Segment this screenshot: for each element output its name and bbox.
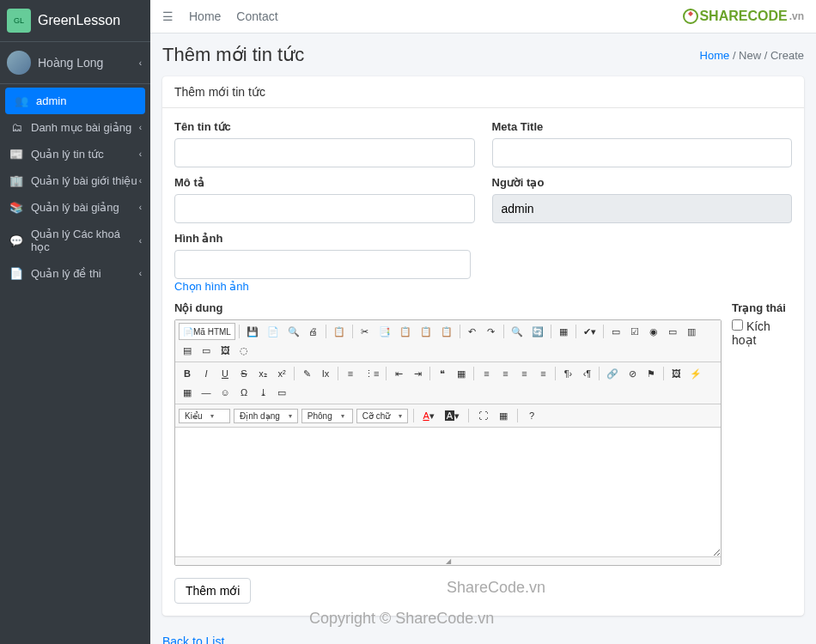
- input-mota[interactable]: [174, 194, 475, 223]
- topnav-contact[interactable]: Contact: [236, 9, 277, 23]
- avatar: [7, 51, 31, 75]
- find-icon[interactable]: 🔍: [508, 323, 527, 340]
- chevron-left-icon: ‹: [139, 58, 142, 68]
- form-card: Thêm mới tin tức Tên tin tức Meta Title …: [162, 76, 804, 616]
- selectall-icon[interactable]: ▦: [555, 323, 572, 340]
- rich-editor: 📄 Mã HTML 💾 📄 🔍 🖨 📋 ✂ 📑: [174, 319, 722, 566]
- style-label: Kiểu: [185, 411, 202, 421]
- format-combo[interactable]: Định dạng: [234, 409, 298, 423]
- button-icon[interactable]: ▭: [198, 342, 215, 359]
- topnav-home[interactable]: Home: [189, 9, 221, 23]
- preview-icon[interactable]: 🔍: [284, 323, 303, 340]
- alignleft-icon[interactable]: ≡: [478, 365, 495, 382]
- outdent-icon[interactable]: ⇤: [390, 365, 407, 382]
- size-combo[interactable]: Cỡ chữ: [356, 409, 409, 423]
- link-chonhinh[interactable]: Chọn hình ảnh: [174, 280, 249, 293]
- menu-toggle-icon[interactable]: ☰: [162, 9, 174, 23]
- comment-icon: 💬: [9, 234, 24, 247]
- newpage-icon[interactable]: 📄: [264, 323, 283, 340]
- brand[interactable]: GL GreenLesson: [0, 0, 150, 42]
- templates-icon[interactable]: 📋: [330, 323, 349, 340]
- imagebutton-icon[interactable]: 🖼: [216, 342, 234, 359]
- maximize-icon[interactable]: ⛶: [474, 407, 491, 424]
- subscript-icon[interactable]: x₂: [254, 365, 271, 382]
- back-link[interactable]: Back to List: [150, 626, 816, 644]
- rtl-icon[interactable]: ‹¶: [578, 365, 595, 382]
- select-icon[interactable]: ▤: [179, 342, 196, 359]
- form-icon[interactable]: ▭: [607, 323, 624, 340]
- underline-icon[interactable]: U: [216, 365, 234, 382]
- removeformat-icon[interactable]: ✎: [298, 365, 315, 382]
- ltr-icon[interactable]: ¶›: [559, 365, 576, 382]
- iframe-icon[interactable]: ▭: [273, 384, 290, 401]
- nav-gioithieu[interactable]: 🏢 Quản lý bài giới thiệu ‹: [0, 167, 150, 194]
- textfield-icon[interactable]: ▭: [664, 323, 681, 340]
- nav-tintuc[interactable]: 📰 Quản lý tin tức ‹: [0, 141, 150, 167]
- unlink-icon[interactable]: ⊘: [624, 365, 641, 382]
- table-icon[interactable]: ▦: [179, 384, 196, 401]
- image-icon[interactable]: 🖼: [667, 365, 685, 382]
- breadcrumb-home[interactable]: Home: [700, 49, 730, 62]
- flash-icon[interactable]: ⚡: [686, 365, 705, 382]
- smiley-icon[interactable]: ☺: [216, 384, 234, 401]
- nav-khoahoc[interactable]: 💬 Quản lý Các khoá học ‹: [0, 221, 150, 260]
- save-icon[interactable]: 💾: [243, 323, 262, 340]
- copyformat-icon[interactable]: Ix: [317, 365, 334, 382]
- radio-icon[interactable]: ◉: [645, 323, 662, 340]
- link-icon[interactable]: 🔗: [603, 365, 622, 382]
- showblocks-icon[interactable]: ▦: [495, 407, 512, 424]
- submit-button[interactable]: Thêm mới: [174, 578, 251, 604]
- bold-icon[interactable]: B: [179, 365, 196, 382]
- kichhoat-wrapper[interactable]: Kích hoạt: [732, 319, 770, 347]
- pagebreak-icon[interactable]: ⤓: [254, 384, 271, 401]
- hr-icon[interactable]: —: [198, 384, 215, 401]
- bgcolor-icon[interactable]: A▾: [441, 407, 463, 424]
- user-panel[interactable]: Hoàng Long ‹: [0, 42, 150, 84]
- resize-grip[interactable]: ◢: [175, 556, 721, 565]
- bulletedlist-icon[interactable]: ⋮≡: [361, 365, 382, 382]
- input-ten[interactable]: [174, 138, 475, 167]
- nav-danhmuc[interactable]: 🗂 Danh mục bài giảng ‹: [0, 114, 150, 141]
- editor-content[interactable]: [175, 428, 721, 556]
- paste-word-icon[interactable]: 📋: [437, 323, 456, 340]
- source-button[interactable]: 📄 Mã HTML: [179, 323, 235, 340]
- specialchar-icon[interactable]: Ω: [235, 384, 253, 401]
- justify-icon[interactable]: ≡: [534, 365, 551, 382]
- hidden-icon[interactable]: ◌: [235, 342, 253, 359]
- font-combo[interactable]: Phông: [301, 409, 353, 423]
- alignright-icon[interactable]: ≡: [515, 365, 533, 382]
- card-title: Thêm mới tin tức: [162, 76, 804, 108]
- textcolor-icon[interactable]: A▾: [419, 407, 437, 424]
- nav-baigiang[interactable]: 📚 Quản lý bài giảng ‹: [0, 194, 150, 221]
- copy-icon[interactable]: 📑: [375, 323, 394, 340]
- aligncenter-icon[interactable]: ≡: [496, 365, 514, 382]
- textarea-icon[interactable]: ▥: [683, 323, 700, 340]
- nav-admin[interactable]: 👥 admin: [5, 88, 145, 114]
- checkbox-icon[interactable]: ☑: [626, 323, 643, 340]
- about-icon[interactable]: ?: [523, 407, 540, 424]
- nav-dethi[interactable]: 📄 Quản lý đề thi ‹: [0, 260, 150, 287]
- strike-icon[interactable]: S: [235, 365, 253, 382]
- italic-icon[interactable]: I: [198, 365, 215, 382]
- anchor-icon[interactable]: ⚑: [642, 365, 660, 382]
- paste-text-icon[interactable]: 📋: [417, 323, 435, 340]
- style-combo[interactable]: Kiểu: [179, 409, 230, 423]
- input-hinhanh[interactable]: [174, 250, 471, 279]
- blockquote-icon[interactable]: ❝: [434, 365, 451, 382]
- spellcheck-icon[interactable]: ✔▾: [580, 323, 600, 340]
- news-icon: 📰: [9, 148, 24, 161]
- replace-icon[interactable]: 🔄: [528, 323, 547, 340]
- undo-icon[interactable]: ↶: [464, 323, 481, 340]
- div-icon[interactable]: ▦: [453, 365, 470, 382]
- sharecode-suffix: .vn: [789, 10, 804, 22]
- redo-icon[interactable]: ↷: [483, 323, 500, 340]
- paste-icon[interactable]: 📋: [396, 323, 415, 340]
- numberedlist-icon[interactable]: ≡: [342, 365, 359, 382]
- cut-icon[interactable]: ✂: [356, 323, 374, 340]
- indent-icon[interactable]: ⇥: [409, 365, 426, 382]
- checkbox-kichhoat[interactable]: [732, 319, 743, 331]
- print-icon[interactable]: 🖨: [305, 323, 322, 340]
- superscript-icon[interactable]: x²: [273, 365, 290, 382]
- top-nav: ☰ Home Contact SHARECODE.vn: [150, 0, 816, 33]
- input-meta[interactable]: [492, 138, 793, 167]
